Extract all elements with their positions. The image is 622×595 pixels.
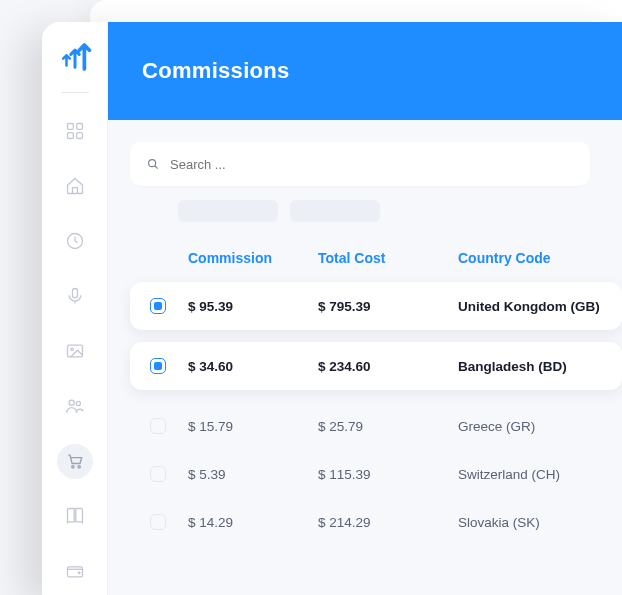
cell-commission: $ 34.60	[188, 359, 318, 374]
cell-commission: $ 15.79	[188, 419, 318, 434]
clock-icon	[65, 231, 85, 251]
page-header: Commissions	[108, 22, 622, 120]
app-window: Commissions Commission Total Cost Countr…	[42, 22, 622, 595]
svg-point-10	[71, 466, 73, 468]
users-icon	[65, 396, 85, 416]
svg-rect-2	[67, 132, 73, 138]
svg-point-7	[70, 348, 73, 351]
svg-point-9	[76, 401, 80, 405]
row-checkbox[interactable]	[150, 514, 166, 530]
svg-rect-3	[76, 132, 82, 138]
commissions-table: Commission Total Cost Country Code $ 95.…	[130, 250, 622, 546]
nav-mic[interactable]	[57, 278, 93, 313]
book-icon	[65, 506, 85, 526]
filter-placeholder-row	[178, 200, 622, 222]
table-row[interactable]: $ 15.79 $ 25.79 Greece (GR)	[130, 402, 622, 450]
cell-total-cost: $ 795.39	[318, 299, 458, 314]
table-row[interactable]: $ 5.39 $ 115.39 Switzerland (CH)	[130, 450, 622, 498]
nav-time[interactable]	[57, 223, 93, 258]
mic-icon	[65, 286, 85, 306]
cell-commission: $ 95.39	[188, 299, 318, 314]
skeleton-chip	[178, 200, 278, 222]
col-country-code[interactable]: Country Code	[458, 250, 622, 266]
row-checkbox[interactable]	[150, 358, 166, 374]
cell-commission: $ 5.39	[188, 467, 318, 482]
svg-point-11	[78, 466, 80, 468]
sidebar-divider	[61, 92, 89, 93]
svg-point-8	[69, 400, 74, 405]
cell-country: Greece (GR)	[458, 419, 622, 434]
row-checkbox[interactable]	[150, 418, 166, 434]
app-logo	[58, 40, 92, 74]
home-icon	[65, 176, 85, 196]
main-panel: Commissions Commission Total Cost Countr…	[108, 22, 622, 595]
sidebar	[42, 22, 108, 595]
nav-image[interactable]	[57, 333, 93, 368]
wallet-icon	[65, 561, 85, 581]
page-title: Commissions	[142, 58, 290, 84]
svg-point-13	[78, 572, 80, 574]
nav-wallet[interactable]	[57, 554, 93, 589]
col-commission[interactable]: Commission	[188, 250, 318, 266]
cell-commission: $ 14.29	[188, 515, 318, 530]
arrows-up-icon	[58, 40, 92, 74]
cell-country: Switzerland (CH)	[458, 467, 622, 482]
cell-total-cost: $ 214.29	[318, 515, 458, 530]
nav-home[interactable]	[57, 168, 93, 203]
search-icon	[146, 157, 160, 171]
search-bar[interactable]	[130, 142, 590, 186]
cell-total-cost: $ 25.79	[318, 419, 458, 434]
cell-total-cost: $ 234.60	[318, 359, 458, 374]
nav-book[interactable]	[57, 499, 93, 534]
row-checkbox[interactable]	[150, 466, 166, 482]
content-area: Commission Total Cost Country Code $ 95.…	[108, 120, 622, 546]
table-row[interactable]: $ 34.60 $ 234.60 Bangladesh (BD)	[130, 342, 622, 390]
table-header-row: Commission Total Cost Country Code	[130, 250, 622, 282]
image-icon	[65, 341, 85, 361]
skeleton-chip	[290, 200, 380, 222]
svg-rect-5	[72, 288, 77, 297]
table-row[interactable]: $ 14.29 $ 214.29 Slovakia (SK)	[130, 498, 622, 546]
svg-rect-0	[67, 123, 73, 129]
svg-rect-1	[76, 123, 82, 129]
svg-point-14	[149, 160, 156, 167]
search-input[interactable]	[170, 157, 574, 172]
nav-users[interactable]	[57, 389, 93, 424]
table-row[interactable]: $ 95.39 $ 795.39 United Kongdom (GB)	[130, 282, 622, 330]
cart-icon	[65, 451, 85, 471]
row-checkbox[interactable]	[150, 298, 166, 314]
col-total-cost[interactable]: Total Cost	[318, 250, 458, 266]
grid-icon	[65, 121, 85, 141]
cell-country: Slovakia (SK)	[458, 515, 622, 530]
cell-country: Bangladesh (BD)	[458, 359, 622, 374]
svg-rect-6	[67, 345, 82, 357]
nav-dashboard[interactable]	[57, 113, 93, 148]
nav-cart[interactable]	[57, 444, 93, 479]
cell-country: United Kongdom (GB)	[458, 299, 622, 314]
cell-total-cost: $ 115.39	[318, 467, 458, 482]
